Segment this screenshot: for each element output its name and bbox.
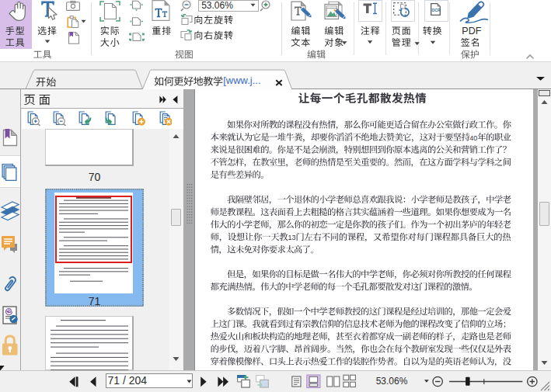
svg-text:OCR: OCR (431, 7, 441, 12)
